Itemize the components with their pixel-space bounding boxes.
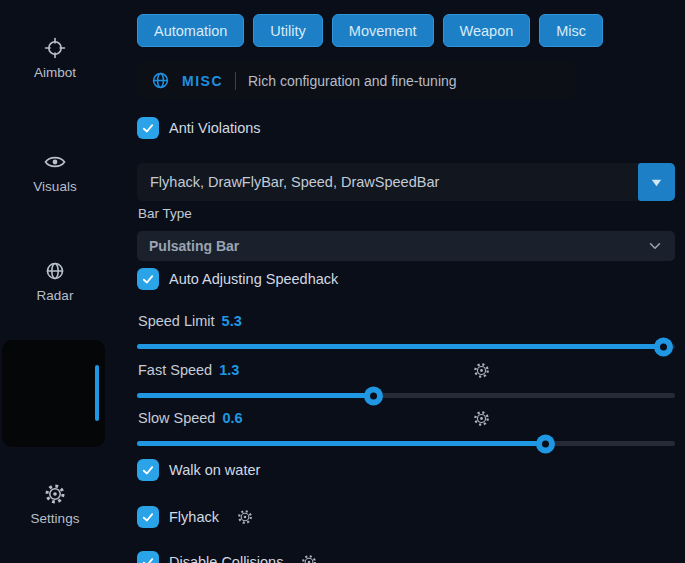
slider-fill: [137, 441, 546, 446]
slider-value: 0.6: [222, 410, 242, 426]
sidebar-item-settings[interactable]: Settings: [0, 483, 110, 526]
sidebar-item-misc[interactable]: Misc: [2, 340, 105, 447]
chevron-down-icon: [647, 238, 663, 254]
tab-weapon[interactable]: Weapon: [443, 14, 531, 47]
checkbox-label: Anti Violations: [169, 120, 261, 136]
tab-utility[interactable]: Utility: [253, 14, 322, 47]
sidebar-item-label: Visuals: [0, 179, 110, 194]
checkmark-icon: [141, 121, 155, 135]
sidebar-item-label: Radar: [0, 288, 110, 303]
anti-violations-row: Anti Violations: [137, 117, 261, 139]
flags-dropdown-button[interactable]: [638, 163, 675, 201]
tab-automation[interactable]: Automation: [137, 14, 244, 47]
walk-on-water-checkbox[interactable]: [137, 459, 159, 481]
auto-adjust-row: Auto Adjusting Speedhack: [137, 268, 338, 290]
checkmark-icon: [141, 510, 155, 524]
bar-type-value: Pulsating Bar: [149, 238, 239, 254]
section-header: MISC Rich configuration and fine-tuning: [137, 62, 575, 99]
cheat-menu-window: { "colors": { "background": "#0a0e19", "…: [0, 0, 685, 563]
sidebar-item-aimbot[interactable]: Aimbot: [0, 37, 110, 80]
slider-value: 5.3: [222, 313, 242, 329]
checkmark-icon: [141, 272, 155, 286]
sidebar-item-radar[interactable]: Radar: [0, 260, 110, 303]
flyhack-checkbox[interactable]: [137, 506, 159, 528]
checkbox-label: Auto Adjusting Speedhack: [169, 271, 338, 287]
slider-thumb[interactable]: [654, 337, 673, 356]
fast-speed-gear-icon[interactable]: [473, 362, 490, 379]
slider-label: Fast Speed: [138, 362, 212, 378]
sidebar-item-visuals[interactable]: Visuals: [0, 151, 110, 194]
main-panel: Automation Utility Movement Weapon Misc …: [137, 0, 675, 563]
speed-limit-slider[interactable]: [137, 344, 675, 349]
slider-thumb[interactable]: [536, 434, 555, 453]
disable-collisions-gear-icon[interactable]: [301, 554, 317, 563]
flags-value: Flyhack, DrawFlyBar, Speed, DrawSpeedBar: [150, 174, 439, 190]
crosshair-icon: [44, 37, 66, 59]
sidebar: Aimbot Visuals Radar Misc: [0, 0, 110, 563]
checkmark-icon: [141, 463, 155, 477]
fast-speed-slider[interactable]: [137, 393, 675, 398]
disable-collisions-checkbox[interactable]: [137, 551, 159, 563]
bar-type-label: Bar Type: [138, 206, 192, 221]
slider-fill: [137, 393, 374, 398]
flags-multiselect[interactable]: Flyhack, DrawFlyBar, Speed, DrawSpeedBar: [137, 163, 675, 201]
speed-limit-caption: Speed Limit 5.3: [138, 313, 242, 330]
checkbox-label: Flyhack: [169, 509, 219, 525]
slow-speed-caption: Slow Speed 0.6: [138, 410, 243, 427]
selected-indicator: [95, 365, 99, 421]
globe-icon: [151, 71, 170, 90]
tab-misc[interactable]: Misc: [539, 14, 603, 47]
slider-label: Slow Speed: [138, 410, 215, 426]
bar-type-select[interactable]: Pulsating Bar: [137, 231, 675, 261]
sidebar-item-label: Settings: [0, 511, 110, 526]
gear-icon: [44, 483, 66, 505]
slow-speed-slider[interactable]: [137, 441, 675, 446]
auto-adjust-checkbox[interactable]: [137, 268, 159, 290]
category-tabs: Automation Utility Movement Weapon Misc: [137, 14, 603, 47]
eye-icon: [44, 151, 66, 173]
disable-collisions-row: Disable Collisions: [137, 551, 317, 563]
flyhack-gear-icon[interactable]: [237, 509, 253, 525]
walk-on-water-row: Walk on water: [137, 459, 260, 481]
slider-fill: [137, 344, 664, 349]
flyhack-row: Flyhack: [137, 506, 253, 528]
checkbox-label: Walk on water: [169, 462, 260, 478]
anti-violations-checkbox[interactable]: [137, 117, 159, 139]
header-divider: [235, 72, 236, 90]
slider-value: 1.3: [219, 362, 239, 378]
slow-speed-gear-icon[interactable]: [473, 410, 490, 427]
tab-movement[interactable]: Movement: [332, 14, 434, 47]
slider-label: Speed Limit: [138, 313, 215, 329]
checkmark-icon: [141, 555, 155, 563]
section-subtitle: Rich configuration and fine-tuning: [248, 73, 457, 89]
checkbox-label: Disable Collisions: [169, 554, 283, 563]
slider-thumb[interactable]: [364, 386, 383, 405]
globe-icon: [44, 260, 66, 282]
sidebar-item-label: Aimbot: [0, 65, 110, 80]
triangle-down-icon: [649, 175, 664, 190]
section-title: MISC: [182, 73, 223, 89]
fast-speed-caption: Fast Speed 1.3: [138, 362, 239, 379]
